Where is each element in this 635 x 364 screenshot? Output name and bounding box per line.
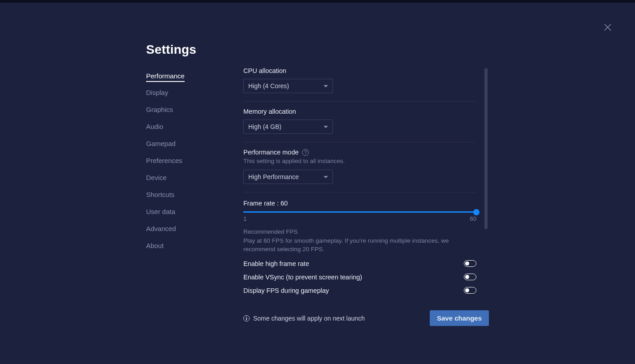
performance-mode-label-text: Performance mode bbox=[243, 149, 298, 156]
performance-mode-value: High Performance bbox=[248, 173, 299, 180]
sidebar-item-shortcuts[interactable]: Shortcuts bbox=[146, 188, 174, 201]
info-icon bbox=[243, 315, 250, 321]
cpu-allocation-label: CPU allocation bbox=[243, 67, 476, 74]
scrollbar-thumb[interactable] bbox=[484, 68, 488, 229]
frame-rate-label: Frame rate : 60 bbox=[243, 200, 476, 207]
slider-min: 1 bbox=[243, 215, 246, 222]
settings-footer: Some changes will apply on next launch S… bbox=[243, 310, 489, 326]
help-icon[interactable]: ? bbox=[302, 149, 309, 156]
performance-mode-select[interactable]: High Performance bbox=[243, 170, 333, 184]
setting-cpu-allocation: CPU allocation High (4 Cores) bbox=[243, 67, 476, 102]
recommended-fps-title: Recommended FPS bbox=[243, 228, 476, 235]
toggle-row-high-frame-rate: Enable high frame rate bbox=[243, 260, 476, 267]
slider-thumb[interactable] bbox=[473, 209, 479, 215]
sidebar-item-device[interactable]: Device bbox=[146, 171, 167, 184]
performance-mode-note: This setting is applied to all instances… bbox=[243, 158, 476, 164]
close-icon bbox=[604, 23, 612, 31]
cpu-allocation-value: High (4 Cores) bbox=[248, 82, 289, 90]
toggle-knob bbox=[465, 261, 469, 266]
window-top-strip bbox=[0, 0, 635, 3]
save-changes-button[interactable]: Save changes bbox=[430, 310, 489, 326]
page-title: Settings bbox=[146, 43, 196, 57]
sidebar-item-preferences[interactable]: Preferences bbox=[146, 154, 182, 167]
settings-scroll-region: CPU allocation High (4 Cores) Memory all… bbox=[243, 67, 476, 300]
sidebar-item-graphics[interactable]: Graphics bbox=[146, 103, 173, 116]
sidebar-item-advanced[interactable]: Advanced bbox=[146, 223, 176, 235]
chevron-down-icon bbox=[324, 176, 328, 178]
performance-mode-label: Performance mode ? bbox=[243, 149, 476, 156]
sidebar-item-user-data[interactable]: User data bbox=[146, 206, 175, 218]
memory-allocation-select[interactable]: High (4 GB) bbox=[243, 120, 333, 134]
sidebar-item-about[interactable]: About bbox=[146, 240, 164, 252]
setting-memory-allocation: Memory allocation High (4 GB) bbox=[243, 108, 476, 142]
footer-note: Some changes will apply on next launch bbox=[243, 315, 365, 322]
toggle-row-display-fps: Display FPS during gameplay bbox=[243, 287, 476, 294]
cpu-allocation-select[interactable]: High (4 Cores) bbox=[243, 79, 333, 93]
toggle-high-frame-rate[interactable] bbox=[464, 260, 476, 267]
memory-allocation-value: High (4 GB) bbox=[248, 123, 281, 130]
setting-performance-mode: Performance mode ? This setting is appli… bbox=[243, 149, 476, 193]
toggle-display-fps[interactable] bbox=[464, 287, 476, 294]
toggle-knob bbox=[465, 288, 469, 292]
toggle-label-display-fps: Display FPS during gameplay bbox=[243, 287, 329, 294]
toggle-vsync[interactable] bbox=[464, 274, 476, 280]
footer-note-text: Some changes will apply on next launch bbox=[253, 315, 365, 322]
sidebar-item-performance[interactable]: Performance bbox=[146, 70, 185, 82]
toggle-label-vsync: Enable VSync (to prevent screen tearing) bbox=[243, 274, 362, 281]
recommended-fps-text: Play at 60 FPS for smooth gameplay. If y… bbox=[243, 237, 476, 254]
scrollbar[interactable] bbox=[484, 68, 488, 292]
sidebar-item-audio[interactable]: Audio bbox=[146, 120, 163, 133]
chevron-down-icon bbox=[324, 126, 328, 128]
settings-sidebar: Performance Display Graphics Audio Gamep… bbox=[146, 70, 222, 257]
sidebar-item-display[interactable]: Display bbox=[146, 86, 168, 99]
frame-rate-slider[interactable]: 1 60 bbox=[243, 211, 476, 222]
toggle-knob bbox=[465, 275, 469, 279]
slider-max: 60 bbox=[470, 215, 476, 222]
slider-track bbox=[243, 211, 476, 213]
memory-allocation-label: Memory allocation bbox=[243, 108, 476, 115]
toggle-row-vsync: Enable VSync (to prevent screen tearing) bbox=[243, 274, 476, 281]
close-button[interactable] bbox=[603, 22, 613, 32]
slider-range-labels: 1 60 bbox=[243, 215, 476, 222]
sidebar-item-gamepad[interactable]: Gamepad bbox=[146, 137, 176, 150]
setting-frame-rate: Frame rate : 60 1 60 Recommended FPS Pla… bbox=[243, 199, 476, 294]
toggle-label-high-frame-rate: Enable high frame rate bbox=[243, 260, 309, 267]
chevron-down-icon bbox=[324, 85, 328, 87]
